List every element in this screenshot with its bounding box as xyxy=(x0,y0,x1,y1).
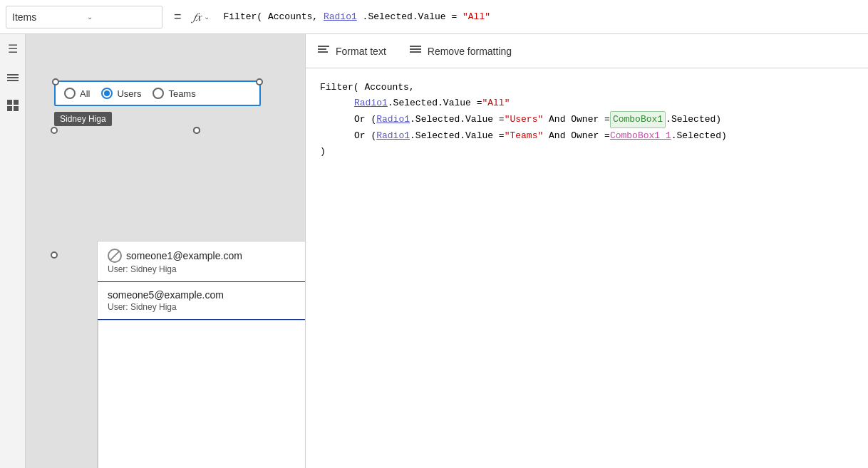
svg-rect-7 xyxy=(318,46,329,47)
toolbar: Items ⌄ = 𝑓𝑥 ⌄ Filter( Accounts, Radio1 … xyxy=(0,0,868,34)
remove-formatting-button[interactable]: Remove formatting xyxy=(409,44,512,58)
and-1: And Owner = xyxy=(543,112,610,128)
filter-keyword: Filter( xyxy=(320,80,359,95)
closing-paren: ) xyxy=(320,144,326,160)
svg-rect-4 xyxy=(14,100,19,105)
remove-formatting-label: Remove formatting xyxy=(428,46,512,57)
end-2: .Selected) xyxy=(671,128,727,144)
email-text-1: someone1@example.com xyxy=(126,250,242,261)
sidebar-left: ☰ xyxy=(0,34,26,468)
formula-val1: "All" xyxy=(463,11,490,22)
list-item-content-1: someone1@example.com User: Sidney Higa xyxy=(108,249,305,274)
hamburger-menu-icon[interactable]: ☰ xyxy=(4,40,21,57)
combobox1-ref: ComboBox1 xyxy=(610,111,666,128)
formula-prop1: .Selected.Value = xyxy=(363,11,463,22)
formula-bar[interactable]: Filter( Accounts, Radio1 .Selected.Value… xyxy=(218,7,862,27)
components-icon[interactable] xyxy=(4,97,21,114)
radio-label-users: Users xyxy=(117,88,141,99)
handle-tr xyxy=(256,78,263,85)
format-text-icon xyxy=(317,44,330,58)
code-content: Filter( Accounts, Radio1 .Selected.Value… xyxy=(306,68,868,171)
radio1-blue-2: Radio1 xyxy=(376,112,410,128)
list-item-subtitle-2: User: Sidney Higa xyxy=(108,302,305,312)
email-text-2: someone5@example.com xyxy=(108,289,224,301)
radio-label-teams: Teams xyxy=(168,88,195,99)
format-toolbar: Format text Remove formatting xyxy=(306,34,868,68)
code-panel: Format text Remove formatting Filter( xyxy=(305,34,868,468)
main-content: ☰ All xyxy=(0,34,868,468)
equals-sign: = xyxy=(174,9,182,24)
svg-rect-12 xyxy=(410,51,421,53)
code-line-3: Or ( Radio1 .Selected.Value = "Users" An… xyxy=(320,111,854,128)
format-text-label: Format text xyxy=(336,46,386,57)
list-empty-area xyxy=(98,320,305,468)
combobox1-1-ref: ComboBox1_1 xyxy=(610,128,671,144)
svg-rect-6 xyxy=(14,106,19,111)
radio-circle-teams xyxy=(153,88,164,99)
radio-option-all[interactable]: All xyxy=(64,88,90,99)
tooltip-label: Sidney Higa xyxy=(54,112,112,126)
list-item-email-1: someone1@example.com xyxy=(108,249,305,263)
property-chevron-icon: ⌄ xyxy=(87,13,156,21)
list-item[interactable]: someone1@example.com User: Sidney Higa › xyxy=(98,241,305,282)
handle-mid-left xyxy=(51,251,58,259)
radio-option-users[interactable]: Users xyxy=(101,88,141,99)
fx-button[interactable]: 𝑓𝑥 ⌄ xyxy=(187,6,215,28)
prop-1: .Selected.Value = xyxy=(388,95,482,111)
filter-func: Filter( Accounts, xyxy=(224,11,324,22)
svg-rect-3 xyxy=(7,100,12,105)
code-line-1: Filter( Accounts, xyxy=(320,80,854,95)
list-component: someone1@example.com User: Sidney Higa ›… xyxy=(97,241,305,468)
radio-label-all: All xyxy=(80,88,90,99)
radio-circle-users xyxy=(101,88,113,99)
layers-icon[interactable] xyxy=(4,68,21,85)
fx-icon: 𝑓𝑥 xyxy=(193,11,201,24)
accounts-ref: Accounts, xyxy=(364,80,414,95)
handle-bottom-center xyxy=(193,127,200,134)
svg-rect-9 xyxy=(318,51,328,53)
or-1: Or ( xyxy=(354,112,376,128)
code-line-2: Radio1 .Selected.Value = "All" xyxy=(320,95,854,111)
property-name-label: Items xyxy=(12,11,81,23)
canvas-area: All Users Teams S xyxy=(26,34,305,468)
radio1-blue-1: Radio1 xyxy=(354,95,388,111)
or-2: Or ( xyxy=(354,128,376,144)
svg-rect-0 xyxy=(7,74,19,76)
radio-option-teams[interactable]: Teams xyxy=(153,88,195,99)
prop-2: .Selected.Value = xyxy=(410,112,505,128)
svg-rect-5 xyxy=(7,106,12,111)
list-item-content-2: someone5@example.com User: Sidney Higa xyxy=(108,289,305,312)
radio1-ref1: Radio1 xyxy=(324,11,357,22)
val-users: "Users" xyxy=(505,112,544,128)
and-2: And Owner = xyxy=(543,128,610,144)
property-name-selector[interactable]: Items ⌄ xyxy=(6,6,162,28)
svg-rect-11 xyxy=(410,48,421,50)
code-line-4: Or ( Radio1 .Selected.Value = "Teams" An… xyxy=(320,128,854,144)
space1 xyxy=(359,80,365,95)
list-item-subtitle-1: User: Sidney Higa xyxy=(108,264,305,274)
handle-bottom-left xyxy=(51,127,58,134)
end-1: .Selected) xyxy=(666,112,721,128)
svg-rect-10 xyxy=(410,46,421,47)
svg-rect-8 xyxy=(318,48,326,50)
radio1-blue-3: Radio1 xyxy=(376,128,410,144)
formula-text: Filter( Accounts, Radio1 .Selected.Value… xyxy=(224,11,491,22)
fx-chevron-icon: ⌄ xyxy=(204,13,210,21)
svg-rect-1 xyxy=(7,77,19,78)
remove-formatting-icon xyxy=(409,44,422,58)
radio-group-wrapper: All Users Teams S xyxy=(54,80,261,106)
code-line-5: ) xyxy=(320,144,854,160)
val-teams: "Teams" xyxy=(505,128,544,144)
radio-group-component[interactable]: All Users Teams xyxy=(54,80,261,106)
list-item[interactable]: someone5@example.com User: Sidney Higa › xyxy=(98,282,305,320)
val-all: "All" xyxy=(482,95,510,111)
radio-circle-all xyxy=(64,88,76,99)
radio-group-inner: All Users Teams xyxy=(64,88,251,99)
blocked-icon-1 xyxy=(108,249,122,263)
svg-rect-2 xyxy=(7,80,19,81)
format-text-button[interactable]: Format text xyxy=(317,44,386,58)
handle-tl xyxy=(52,78,59,85)
prop-3: .Selected.Value = xyxy=(410,128,505,144)
list-item-email-2: someone5@example.com xyxy=(108,289,305,301)
